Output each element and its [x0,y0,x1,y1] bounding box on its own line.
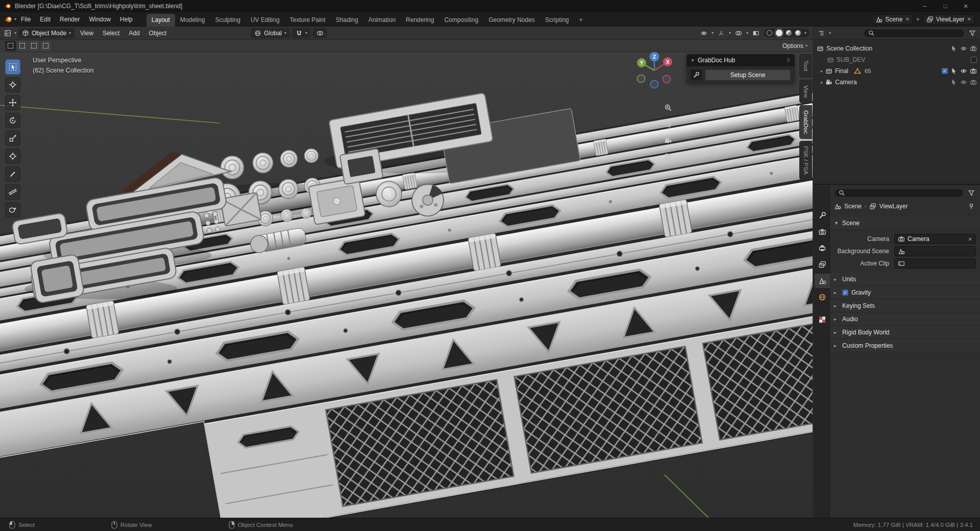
menu-help[interactable]: Help [115,14,137,25]
tab-render-properties[interactable] [815,225,830,239]
grabdoc-panel-header[interactable]: ▼ GrabDoc Hub ⠿ [687,54,795,66]
gizmo-z-neg-axis[interactable] [651,81,658,88]
menu-render[interactable]: Render [55,14,84,25]
select-mode-intersect-button[interactable] [40,41,51,51]
rigid-body-world-section-header[interactable]: ▸ Rigid Body World [830,326,980,339]
menu-add[interactable]: Add [125,28,143,38]
mode-dropdown[interactable]: Object Mode ▾ [18,28,75,38]
tool-tweak-select[interactable] [5,59,20,75]
clear-field-icon[interactable]: ✕ [968,236,972,242]
visibility-chevron-icon[interactable]: ▾ [712,31,714,35]
expand-chevron-icon[interactable]: ▸ [821,80,823,85]
overlays-dropdown[interactable] [734,29,743,38]
viewlayer-remove-icon[interactable]: ✕ [967,16,971,22]
tab-tool-properties[interactable] [815,208,830,223]
object-visibility-dropdown[interactable] [699,29,708,38]
gizmos-chevron-icon[interactable]: ▾ [729,31,731,35]
xray-toggle[interactable] [751,29,761,38]
tool-transform[interactable] [5,149,20,164]
ortho-grid-button[interactable] [662,150,675,163]
minimize-button[interactable]: ─ [915,0,935,12]
gizmo-y-neg-axis[interactable] [638,75,645,83]
pan-hand-button[interactable] [662,117,675,131]
camera-object-field[interactable]: Camera ✕ [894,234,976,244]
scene-section-header[interactable]: ▼ Scene [830,216,980,230]
shading-material-button[interactable] [786,30,792,36]
units-section-header[interactable]: ▸ Units [830,273,980,286]
workspace-tab-compositing[interactable]: Compositing [439,14,483,27]
sidebar-tab-view[interactable]: View [799,80,812,103]
properties-search-input[interactable] [848,190,959,196]
menu-file[interactable]: File [16,14,35,25]
gravity-checkbox[interactable]: ✓ [842,289,848,296]
outliner-editor-chevron-icon[interactable]: ▾ [829,31,831,35]
overlays-chevron-icon[interactable]: ▾ [746,31,748,35]
select-mode-set-button[interactable] [5,41,16,51]
selectable-pointer-icon[interactable] [950,67,958,75]
tab-viewlayer-properties[interactable] [815,257,830,272]
tab-texture-properties[interactable] [815,312,830,327]
gizmo-x-neg-axis[interactable] [663,76,671,83]
workspace-tab-animation[interactable]: Animation [363,14,401,27]
workspace-tab-layout[interactable]: Layout [146,14,175,27]
editor-type-chevron-icon[interactable]: ▾ [14,31,16,35]
breadcrumb-scene[interactable]: Scene [844,203,862,210]
scene-unlink-icon[interactable]: ✕ [905,16,909,22]
exclude-checkbox-checked[interactable]: ✓ [942,68,948,74]
exclude-checkbox[interactable] [971,57,977,63]
proportional-editing-toggle[interactable] [313,28,327,38]
viewport-canvas[interactable]: User Perspective (62) Scene Collection [0,40,813,518]
tool-scale[interactable] [5,131,20,146]
blender-app-icon[interactable] [4,15,12,23]
tool-rotate[interactable] [5,113,20,128]
shading-wireframe-button[interactable] [767,30,772,36]
sidebar-tab-grabdoc[interactable]: GrabDoc [799,105,812,139]
workspace-tab-uv-editing[interactable]: UV Editing [246,14,285,27]
expand-chevron-icon[interactable]: ▸ [821,69,823,74]
shading-chevron-icon[interactable]: ▾ [804,31,806,35]
maximize-button[interactable]: □ [935,0,955,12]
close-button[interactable]: ✕ [955,0,976,12]
outliner-row-scene-collection[interactable]: Scene Collection [814,43,980,54]
tool-cursor[interactable] [5,77,20,92]
background-scene-field[interactable] [894,246,976,256]
menu-edit[interactable]: Edit [35,14,55,25]
workspace-tab-texture-paint[interactable]: Texture Paint [285,14,331,27]
options-label[interactable]: Options [782,42,803,50]
breadcrumb-viewlayer[interactable]: ViewLayer [879,203,908,210]
tab-scene-properties[interactable] [815,274,830,288]
setup-scene-button[interactable]: Setup Scene [705,69,791,81]
gizmos-dropdown[interactable] [717,29,726,38]
selectable-pointer-icon[interactable] [950,45,958,52]
hide-eye-icon[interactable] [960,67,967,75]
tab-world-properties[interactable] [815,290,830,304]
outliner-row-sub-dev[interactable]: SUB_DEV [814,54,980,65]
workspace-tab-scripting[interactable]: Scripting [540,14,574,27]
panel-grip-icon[interactable]: ⠿ [787,58,791,63]
workspace-tab-shading[interactable]: Shading [331,14,363,27]
sidebar-tab-psk-psa[interactable]: PSK / PSA [799,141,812,180]
tool-move[interactable] [5,95,20,110]
hide-eye-icon[interactable] [960,45,967,52]
selectable-pointer-icon[interactable] [950,79,958,86]
render-camera-icon[interactable] [970,67,977,75]
outliner-search-input[interactable] [877,30,960,36]
new-scene-button[interactable]: + [916,16,920,23]
render-camera-icon[interactable] [970,45,977,52]
workspace-tab-modeling[interactable]: Modeling [175,14,210,27]
scene-selector[interactable]: Scene ✕ [872,14,913,25]
options-chevron-icon[interactable]: ▾ [805,43,807,48]
workspace-tab-geometry-nodes[interactable]: Geometry Nodes [483,14,540,27]
menu-object[interactable]: Object [145,28,170,38]
tool-add-cube[interactable] [5,202,20,218]
render-camera-icon[interactable] [970,79,977,86]
select-mode-extend-button[interactable] [17,41,28,51]
gravity-section-header[interactable]: ▸ ✓ Gravity [830,286,980,299]
properties-search[interactable] [834,188,964,198]
transform-orientation-dropdown[interactable]: Global ▾ [251,28,290,38]
hide-eye-icon[interactable] [960,79,967,86]
outliner-filter-icon[interactable] [968,29,977,38]
workspace-tab-rendering[interactable]: Rendering [401,14,439,27]
camera-view-button[interactable] [662,134,675,147]
outliner-row-camera[interactable]: ▸ Camera [814,77,980,88]
